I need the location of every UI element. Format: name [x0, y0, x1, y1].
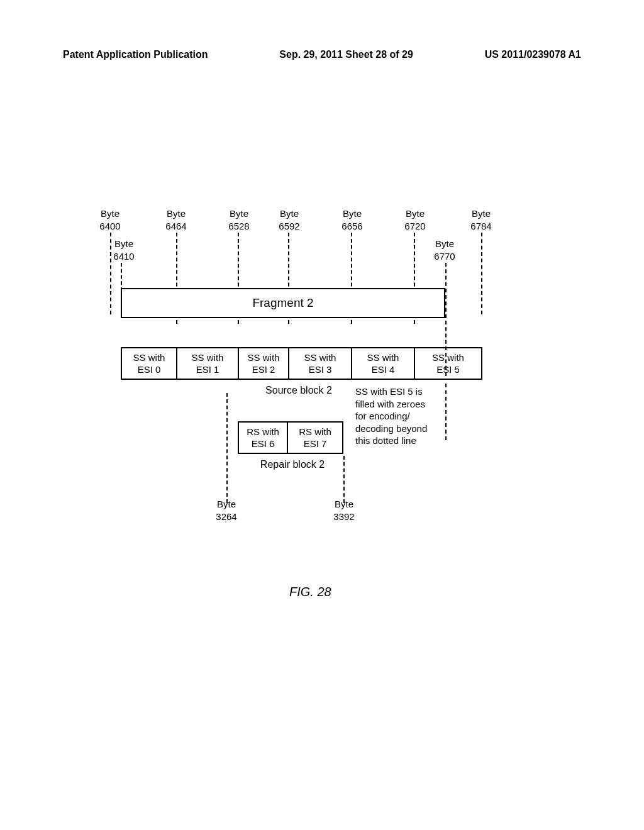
figure-label: FIG. 28: [289, 585, 331, 599]
dash-6400: [110, 233, 111, 314]
repair-block-row: RS with ESI 6 RS with ESI 7: [238, 421, 343, 454]
source-block-row: SS with ESI 0 SS with ESI 1 SS with ESI …: [121, 347, 482, 380]
header-sheet-info: Sep. 29, 2011 Sheet 28 of 29: [279, 49, 413, 60]
rs-cell-1: RS with ESI 7: [288, 423, 342, 453]
ss-cell-4: SS with ESI 4: [352, 348, 415, 379]
rs-cell-0: RS with ESI 6: [239, 423, 288, 453]
source-block-label: Source block 2: [252, 385, 346, 396]
dash-note: [445, 384, 447, 440]
dash-3392: [343, 456, 345, 503]
ss-cell-3: SS with ESI 3: [289, 348, 352, 379]
dash-6784: [481, 233, 482, 314]
repair-block-label: Repair block 2: [252, 459, 333, 470]
byte-label-6784: Byte 6784: [465, 208, 497, 232]
byte-label-6720: Byte 6720: [399, 208, 431, 232]
header-patent-number: US 2011/0239078 A1: [485, 49, 581, 60]
ss-cell-0: SS with ESI 0: [122, 348, 177, 379]
byte-label-6592: Byte 6592: [274, 208, 305, 232]
byte-label-6400: Byte 6400: [94, 208, 126, 232]
byte-label-6656: Byte 6656: [336, 208, 368, 232]
diagram: Byte 6400 Byte 6464 Byte 6528 Byte 6592 …: [101, 208, 541, 585]
ss-cell-5: SS with ESI 5: [415, 348, 481, 379]
header-publication: Patent Application Publication: [63, 49, 208, 60]
fragment-label: Fragment 2: [252, 296, 313, 310]
byte-label-6528: Byte 6528: [223, 208, 255, 232]
ss-cell-2: SS with ESI 2: [239, 348, 289, 379]
byte-label-6410: Byte 6410: [108, 238, 140, 262]
byte-label-6770: Byte 6770: [429, 238, 460, 262]
note-text: SS with ESI 5 is filled with zeroes for …: [355, 385, 456, 447]
byte-label-6464: Byte 6464: [160, 208, 192, 232]
fragment-box: Fragment 2: [121, 288, 445, 318]
dash-6410: [121, 263, 122, 291]
byte-label-3264: Byte 3264: [211, 498, 242, 523]
page-header: Patent Application Publication Sep. 29, …: [0, 49, 644, 60]
ss-cell-1: SS with ESI 1: [177, 348, 239, 379]
dash-3264: [226, 393, 228, 503]
byte-label-3392: Byte 3392: [328, 498, 360, 523]
